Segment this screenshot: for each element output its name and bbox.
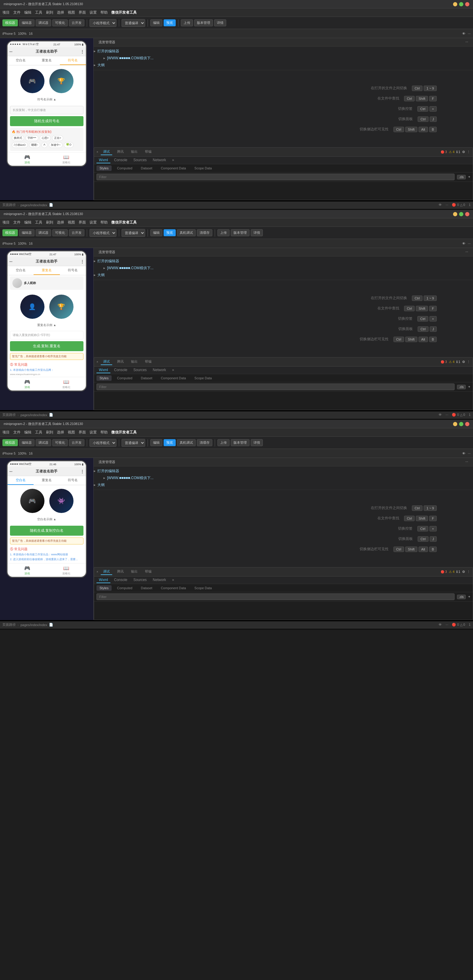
generate-btn-1[interactable]: 随机生成符号名 — [10, 116, 83, 126]
menu-help-3[interactable]: 帮助 — [100, 430, 108, 435]
settings-icon-3[interactable]: ⚙ — [462, 570, 465, 574]
tree-item-editors-3[interactable]: ▶ 打开的编辑器 — [94, 468, 473, 474]
cls-badge-3[interactable]: .cls — [457, 595, 466, 599]
debug-tab-output-2[interactable]: 输出 — [129, 359, 140, 365]
filter-input-1[interactable] — [97, 173, 455, 180]
save-btn-2[interactable]: 清缓存 — [197, 229, 212, 236]
source-tree-more-1[interactable]: ··· — [465, 40, 468, 45]
menu-tool-3[interactable]: 工具 — [35, 430, 42, 435]
tree-item-outline-1[interactable]: ▶ 大纲 — [94, 62, 473, 68]
bc-root-2[interactable]: 页面路径 — [2, 412, 16, 417]
tree-item-outline-3[interactable]: ▶ 大纲 — [94, 482, 473, 488]
minimize-btn-1[interactable] — [453, 2, 457, 6]
menu-help-1[interactable]: 帮助 — [100, 10, 108, 15]
more-icon-2[interactable]: ⋮ — [80, 259, 84, 264]
menu-file-2[interactable]: 文件 — [13, 220, 21, 225]
tag-1c[interactable]: 心思> — [40, 135, 51, 141]
nav-guide-1[interactable]: 📖 攻略社 — [47, 154, 86, 165]
tree-item-file-1[interactable]: ▶ [WWW.■■■■■.COM模供下... — [94, 55, 473, 62]
mode-select-3[interactable]: 小程序模式 — [89, 439, 116, 447]
compile-select-1[interactable]: 普通编译 — [121, 19, 145, 27]
menu-settings-2[interactable]: 设置 — [89, 220, 97, 225]
close-btn-2[interactable] — [465, 212, 469, 216]
menu-refresh-1[interactable]: 刷到 — [46, 10, 53, 15]
bc-eye-1[interactable]: 👁 — [438, 203, 442, 207]
cloud-tab-1[interactable]: 云开发 — [69, 19, 84, 26]
menu-tool-2[interactable]: 工具 — [35, 220, 42, 225]
cls-badge-2[interactable]: .cls — [457, 385, 466, 389]
subtab-network-3[interactable]: Network — [150, 577, 169, 583]
subtab-console-3[interactable]: Console — [111, 577, 130, 583]
generate-btn-2[interactable]: 生成.复制.重复名 — [10, 341, 83, 351]
preview-btn-3[interactable]: 预览 — [164, 439, 176, 446]
maximize-btn-2[interactable] — [459, 212, 463, 216]
menu-refresh-2[interactable]: 刷到 — [46, 220, 53, 225]
version-btn-2[interactable]: 版本管理 — [231, 229, 250, 236]
simulator-tab-1[interactable]: 模拟器 — [2, 19, 18, 26]
debug-tab-help-2[interactable]: 帮编 — [142, 359, 154, 365]
close-btn-3[interactable] — [465, 422, 469, 426]
indicator-more-2[interactable]: ··· — [468, 242, 471, 245]
upload-btn-2[interactable]: 上传 — [217, 229, 229, 236]
debug-tab-3[interactable]: 调试器 — [36, 439, 51, 446]
bc-eye-2[interactable]: 👁 — [438, 413, 442, 417]
tag-1d[interactable]: 正在> — [52, 135, 63, 141]
bc-root-1[interactable]: 页面路径 — [2, 203, 16, 207]
realtest-btn-3[interactable]: 真机调试 — [177, 439, 196, 446]
indicator-eye-1[interactable]: 👁 — [462, 32, 465, 35]
tree-item-outline-2[interactable]: ▶ 大纲 — [94, 272, 473, 278]
tree-item-file-2[interactable]: ▶ [WWW.■■■■■.COM模供下... — [94, 265, 473, 272]
subtab-network-1[interactable]: Network — [150, 157, 169, 163]
debug-tab-help-3[interactable]: 帮编 — [142, 569, 154, 575]
style-tab-styles-1[interactable]: Styles — [97, 165, 111, 171]
filter-input-3[interactable] — [97, 593, 455, 600]
cls-badge-1[interactable]: .cls — [457, 175, 466, 179]
save-btn-3[interactable]: 清缓存 — [197, 439, 212, 446]
source-tree-more-3[interactable]: ··· — [465, 460, 468, 464]
minimize-btn-2[interactable] — [453, 212, 457, 216]
subtab-sources-1[interactable]: Sources — [131, 157, 149, 163]
plus-icon-1[interactable]: + — [468, 175, 470, 179]
editor-tab-1[interactable]: 编辑器 — [19, 19, 35, 26]
menu-refresh-3[interactable]: 刷到 — [46, 430, 53, 435]
style-tab-compdata-3[interactable]: Component Data — [158, 585, 189, 591]
subtab-sources-2[interactable]: Sources — [131, 367, 149, 373]
plus-icon-2[interactable]: + — [468, 385, 470, 389]
editor-tab-3[interactable]: 编辑器 — [19, 439, 35, 446]
debug-tab-output-3[interactable]: 输出 — [129, 569, 140, 575]
bc-more-3[interactable]: ··· — [446, 623, 448, 627]
style-tab-computed-1[interactable]: Computed — [114, 165, 135, 171]
style-tab-compdata-1[interactable]: Component Data — [158, 165, 189, 171]
repeat-input-2[interactable]: 请输入重复的昵称(1~5字符) — [10, 331, 83, 339]
maximize-btn-3[interactable] — [459, 422, 463, 426]
style-tab-dataset-1[interactable]: Dataset — [138, 165, 156, 171]
compile-select-3[interactable]: 普通编译 — [121, 439, 145, 447]
menu-select-3[interactable]: 选择 — [57, 430, 64, 435]
style-tab-compdata-2[interactable]: Component Data — [158, 375, 189, 381]
debug-tab-output-1[interactable]: 输出 — [129, 149, 140, 155]
version-btn-1[interactable]: 版本管理 — [194, 19, 213, 26]
detail-btn-3[interactable]: 详情 — [251, 439, 263, 446]
settings-icon-1[interactable]: ⚙ — [462, 150, 465, 154]
visual-tab-3[interactable]: 可视化 — [52, 439, 68, 446]
compile-select-2[interactable]: 普通编译 — [121, 229, 145, 237]
nav-guide-2[interactable]: 📖 攻略社 — [47, 379, 86, 389]
subtab-more-3[interactable]: » — [170, 577, 177, 583]
style-tab-dataset-3[interactable]: Dataset — [138, 585, 156, 591]
tab-repeat-1[interactable]: 重复名 — [33, 56, 60, 65]
nav-game-1[interactable]: 🎮 游戏 — [8, 154, 47, 165]
style-tab-scopedata-1[interactable]: Scope Data — [191, 165, 215, 171]
debug-tab-2[interactable]: 调试器 — [36, 229, 51, 236]
indicator-eye-3[interactable]: 👁 — [462, 452, 465, 455]
more-debug-2[interactable]: ⋮ — [467, 360, 470, 364]
tab-repeat-3[interactable]: 重复名 — [33, 476, 60, 485]
tree-item-editors-1[interactable]: ▶ 打开的编辑器 — [94, 48, 473, 55]
subtab-wxml-1[interactable]: Wxml — [97, 157, 110, 163]
tab-blank-2[interactable]: 空白名 — [8, 266, 33, 275]
menu-interface-2[interactable]: 界面 — [79, 220, 86, 225]
edit-btn-3[interactable]: 编辑 — [150, 439, 162, 446]
tab-blank-1[interactable]: 空白名 — [8, 56, 33, 65]
settings-icon-2[interactable]: ⚙ — [462, 360, 465, 364]
debug-tab-tencent-1[interactable]: 腾讯 — [115, 149, 126, 155]
preview-btn-1[interactable]: 预览 — [164, 19, 176, 26]
